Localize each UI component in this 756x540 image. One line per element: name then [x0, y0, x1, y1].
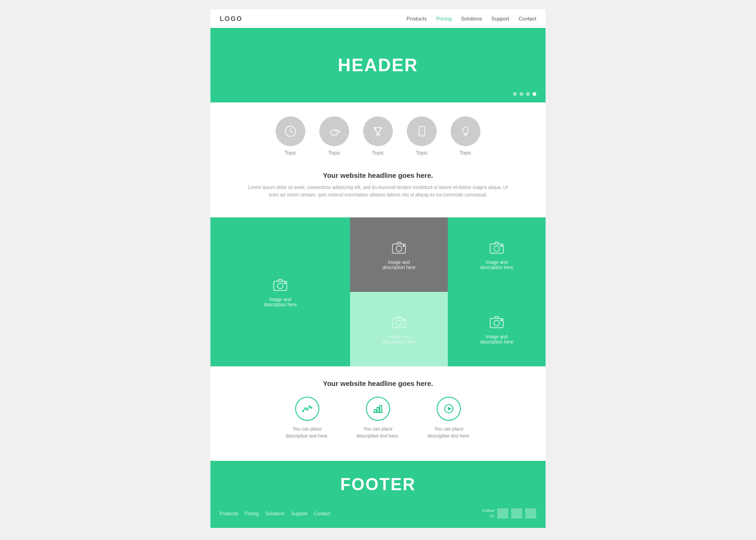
- svg-rect-32: [380, 405, 382, 412]
- piggy-icon: [327, 124, 342, 139]
- topics-row: Topic Topic: [220, 116, 536, 155]
- svg-point-20: [396, 320, 402, 326]
- feature-3[interactable]: You can placedescriptive text here.: [427, 397, 470, 439]
- svg-point-14: [396, 246, 402, 251]
- social-box-3[interactable]: [525, 508, 536, 519]
- footer-links: Products Pricing Solutions Support Conta…: [220, 511, 330, 516]
- grid-cell-gray-top-label: Image anddescription here: [382, 260, 415, 270]
- grid-cell-green-bottom[interactable]: Image anddescription here: [448, 292, 546, 366]
- topic-icon-bulb: [451, 116, 480, 146]
- svg-point-23: [494, 320, 500, 326]
- svg-rect-31: [377, 407, 379, 412]
- svg-rect-5: [376, 134, 380, 135]
- image-grid: Image anddescription here Image anddescr…: [210, 217, 546, 366]
- nav-contact[interactable]: Contact: [519, 16, 536, 21]
- nav-products[interactable]: Products: [406, 16, 426, 21]
- grid-cell-green-top-label: Image anddescription here: [480, 260, 513, 270]
- dot-4[interactable]: [533, 92, 536, 96]
- second-headline-section: Your website headline goes here. You can…: [210, 366, 546, 461]
- svg-point-12: [284, 283, 286, 284]
- clock-icon: [283, 124, 298, 139]
- footer-social: FollowUs: [482, 508, 536, 519]
- nav-pricing[interactable]: Pricing: [436, 16, 452, 21]
- nav-solutions[interactable]: Solutions: [461, 16, 482, 21]
- svg-marker-35: [448, 407, 452, 411]
- topic-3[interactable]: Topic: [363, 116, 393, 155]
- topic-5-label: Topic: [459, 150, 472, 155]
- camera-icon-4: [391, 314, 407, 331]
- svg-point-17: [494, 246, 500, 251]
- topic-icon-trophy: [363, 116, 393, 146]
- navbar: LOGO Products Pricing Solutions Support …: [210, 9, 546, 28]
- topic-4-label: Topic: [416, 150, 428, 155]
- page-wrapper: LOGO Products Pricing Solutions Support …: [210, 9, 546, 528]
- camera-icon-2: [391, 239, 407, 256]
- feature-1-text: You can placedescriptive text here.: [286, 425, 329, 439]
- svg-point-11: [277, 283, 283, 289]
- follow-label: FollowUs: [482, 508, 494, 519]
- feature-2[interactable]: You can placedescriptive text here.: [357, 397, 399, 439]
- topic-4[interactable]: Topic: [407, 116, 437, 155]
- logo: LOGO: [220, 15, 243, 22]
- headline-body: Lorem ipsum dolor sit amet, consectetur …: [248, 184, 508, 199]
- footer-pricing[interactable]: Pricing: [244, 511, 259, 516]
- dot-2[interactable]: [520, 92, 523, 96]
- grid-cell-gray-top[interactable]: Image anddescription here: [350, 217, 448, 292]
- topic-5[interactable]: Topic: [451, 116, 480, 155]
- grid-cell-green-top[interactable]: Image anddescription here: [448, 217, 546, 292]
- camera-icon-1: [272, 277, 289, 293]
- grid-cell-large-label: Image anddescription here: [263, 297, 297, 307]
- footer-products[interactable]: Products: [220, 511, 238, 516]
- bar-chart-icon: [372, 403, 384, 414]
- camera-icon-5: [488, 314, 505, 331]
- tablet-icon: [414, 124, 429, 139]
- topics-section: Topic Topic: [210, 102, 546, 217]
- footer-nav: Products Pricing Solutions Support Conta…: [220, 504, 536, 519]
- footer-title: FOOTER: [220, 475, 536, 494]
- topic-icon-piggy: [319, 116, 349, 146]
- topic-2-label: Topic: [328, 150, 340, 155]
- bulb-icon: [458, 124, 473, 139]
- topic-3-label: Topic: [372, 150, 384, 155]
- svg-line-2: [290, 131, 293, 133]
- feature-2-text: You can placedescriptive text here.: [357, 425, 399, 439]
- footer-solutions[interactable]: Solutions: [265, 511, 284, 516]
- play-icon: [443, 403, 454, 414]
- svg-point-21: [403, 320, 405, 321]
- social-box-2[interactable]: [511, 508, 522, 519]
- topic-2[interactable]: Topic: [319, 116, 349, 155]
- topic-1[interactable]: Topic: [276, 116, 305, 155]
- nav-support[interactable]: Support: [492, 16, 510, 21]
- grid-cell-large[interactable]: Image anddescription here: [210, 217, 350, 366]
- grid-cell-green-bottom-label: Image anddescription here: [480, 334, 513, 344]
- second-headline-title: Your website headline goes here.: [220, 379, 536, 387]
- topic-1-label: Topic: [284, 150, 297, 155]
- feature-icon-bar: [366, 397, 390, 421]
- footer: FOOTER Products Pricing Solutions Suppor…: [210, 461, 546, 528]
- footer-support[interactable]: Support: [291, 511, 307, 516]
- svg-point-18: [501, 245, 502, 247]
- dot-1[interactable]: [513, 92, 517, 96]
- svg-point-15: [403, 245, 405, 247]
- navbar-links: Products Pricing Solutions Support Conta…: [406, 16, 536, 21]
- feature-3-text: You can placedescriptive text here.: [427, 425, 470, 439]
- features-row: You can placedescriptive text here. You …: [220, 397, 536, 453]
- social-box-1[interactable]: [497, 508, 508, 519]
- topic-icon-clock: [276, 116, 305, 146]
- chart-line-icon: [302, 403, 313, 414]
- footer-contact[interactable]: Contact: [314, 511, 330, 516]
- feature-icon-chart: [295, 397, 319, 421]
- feature-1[interactable]: You can placedescriptive text here.: [286, 397, 329, 439]
- hero-dots: [513, 92, 536, 96]
- trophy-icon: [371, 124, 385, 139]
- grid-cell-light-bottom-label: Image anddescription here: [382, 334, 415, 344]
- feature-icon-play: [437, 397, 461, 421]
- topic-icon-tablet: [407, 116, 437, 146]
- grid-cell-light-bottom[interactable]: Image anddescription here: [350, 292, 448, 366]
- camera-icon-3: [488, 239, 505, 256]
- dot-3[interactable]: [526, 92, 530, 96]
- hero-title: HEADER: [338, 55, 418, 75]
- headline-main: Your website headline goes here.: [248, 171, 508, 179]
- headline-section: Your website headline goes here. Lorem i…: [220, 167, 536, 208]
- svg-point-24: [501, 320, 502, 321]
